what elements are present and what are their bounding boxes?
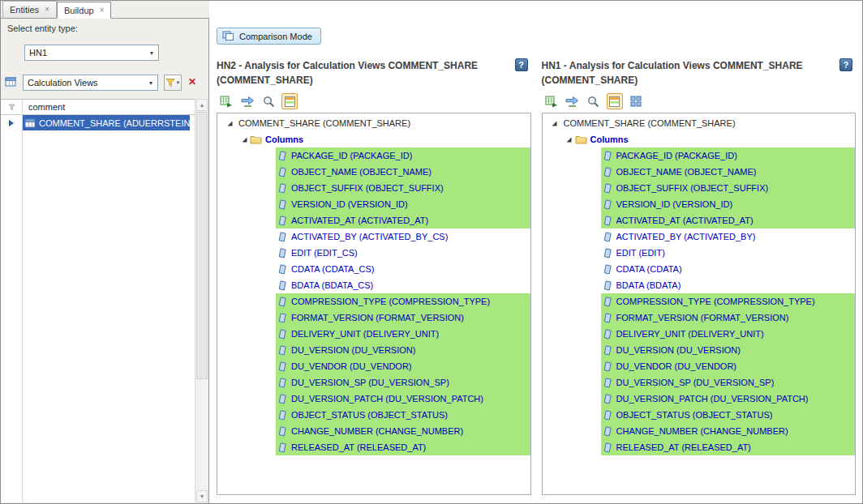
match-highlight[interactable]: OBJECT_SUFFIX (OBJECT_SUFFIX) (601, 180, 856, 196)
tree-item[interactable]: DU_VERSION (DU_VERSION) (217, 342, 530, 358)
scroll-up-icon[interactable]: ▲ (196, 99, 208, 111)
tree-item[interactable]: OBJECT_SUFFIX (OBJECT_SUFFIX) (543, 180, 856, 196)
match-highlight[interactable]: RELEASED_AT (RELEASED_AT) (601, 439, 856, 455)
tree-item[interactable]: PACKAGE_ID (PACKAGE_ID) (217, 147, 530, 164)
tree-item[interactable]: DELIVERY_UNIT (DELIVERY_UNIT) (217, 326, 530, 342)
match-highlight[interactable]: COMPRESSION_TYPE (COMPRESSION_TYPE) (601, 293, 856, 310)
match-highlight[interactable]: PACKAGE_ID (PACKAGE_ID) (276, 147, 530, 164)
tree-item[interactable]: CHANGE_NUMBER (CHANGE_NUMBER) (543, 423, 856, 439)
match-highlight[interactable]: DU_VENDOR (DU_VENDOR) (276, 358, 530, 374)
match-highlight[interactable]: DELIVERY_UNIT (DELIVERY_UNIT) (276, 326, 530, 342)
no-match-row[interactable]: BDATA (BDATA_CS) (276, 277, 530, 293)
tree-item[interactable]: OBJECT_NAME (OBJECT_NAME) (217, 164, 530, 180)
filter-button[interactable]: ▼ (164, 75, 182, 91)
tree-folder-columns[interactable]: Columns (543, 131, 856, 147)
tree-item[interactable]: ACTIVATED_AT (ACTIVATED_AT) (217, 212, 530, 229)
match-highlight[interactable]: DU_VERSION (DU_VERSION) (601, 342, 856, 358)
tree-item[interactable]: DU_VERSION_PATCH (DU_VERSION_PATCH) (217, 391, 530, 407)
tree-item[interactable]: OBJECT_STATUS (OBJECT_STATUS) (543, 407, 856, 423)
tree-item[interactable]: ACTIVATED_BY (ACTIVATED_BY_CS) (217, 229, 530, 245)
entity-kind-select[interactable]: Calculation Views ▼ (23, 75, 158, 91)
help-icon[interactable]: ? (515, 58, 528, 71)
match-highlight[interactable]: DU_VERSION_PATCH (DU_VERSION_PATCH) (601, 391, 856, 407)
match-highlight[interactable]: PACKAGE_ID (PACKAGE_ID) (601, 147, 856, 164)
tree-root-node[interactable]: COMMENT_SHARE (COMMENT_SHARE) (543, 115, 856, 131)
zoom-icon[interactable] (586, 93, 602, 109)
tree-item[interactable]: RELEASED_AT (RELEASED_AT) (217, 439, 530, 455)
tree-item[interactable]: VERSION_ID (VERSION_ID) (217, 196, 530, 212)
match-highlight[interactable]: OBJECT_STATUS (OBJECT_STATUS) (601, 407, 856, 423)
selected-entity-cell[interactable]: COMMENT_SHARE (ADUERRSTEIN_T (22, 115, 190, 130)
tree-item[interactable]: ACTIVATED_AT (ACTIVATED_AT) (543, 212, 856, 229)
clear-filter-button[interactable]: ✕ (186, 75, 199, 88)
tree-item[interactable]: OBJECT_SUFFIX (OBJECT_SUFFIX) (217, 180, 530, 196)
transfer-icon[interactable] (239, 93, 255, 109)
match-highlight[interactable]: DELIVERY_UNIT (DELIVERY_UNIT) (601, 326, 856, 342)
tree-item[interactable]: VERSION_ID (VERSION_ID) (543, 196, 856, 212)
zoom-icon[interactable] (260, 93, 277, 109)
tab-close-icon[interactable]: × (100, 6, 105, 15)
tree-item[interactable]: FORMAT_VERSION (FORMAT_VERSION) (217, 310, 530, 326)
tree-item[interactable]: DELIVERY_UNIT (DELIVERY_UNIT) (543, 326, 856, 342)
tree-item[interactable]: OBJECT_NAME (OBJECT_NAME) (543, 164, 856, 180)
tree-item[interactable]: CHANGE_NUMBER (CHANGE_NUMBER) (217, 423, 530, 439)
chevron-down-icon[interactable]: ▼ (144, 75, 157, 90)
tree-root-node[interactable]: COMMENT_SHARE (COMMENT_SHARE) (217, 115, 530, 131)
no-match-row[interactable]: EDIT (EDIT) (601, 245, 856, 261)
scroll-down-icon[interactable]: ▼ (196, 490, 208, 502)
tree-item[interactable]: OBJECT_STATUS (OBJECT_STATUS) (217, 407, 530, 423)
sidebar-scrollbar[interactable]: ▲ ▼ (195, 99, 208, 502)
tree-folder-columns[interactable]: Columns (217, 131, 530, 147)
tree-item[interactable]: FORMAT_VERSION (FORMAT_VERSION) (543, 310, 856, 326)
tab-close-icon[interactable]: × (45, 6, 49, 14)
tab-entities[interactable]: Entities × (2, 1, 57, 18)
tree-item[interactable]: COMPRESSION_TYPE (COMPRESSION_TYPE) (543, 293, 856, 310)
match-highlight[interactable]: RELEASED_AT (RELEASED_AT) (276, 439, 530, 455)
no-match-row[interactable]: ACTIVATED_BY (ACTIVATED_BY) (601, 229, 856, 245)
no-match-row[interactable]: ACTIVATED_BY (ACTIVATED_BY_CS) (276, 229, 530, 245)
transfer-icon[interactable] (565, 93, 581, 109)
tree-item[interactable]: EDIT (EDIT_CS) (217, 245, 530, 261)
match-highlight[interactable]: FORMAT_VERSION (FORMAT_VERSION) (601, 310, 856, 326)
tree-item[interactable]: DU_VENDOR (DU_VENDOR) (543, 358, 856, 374)
tree-item[interactable]: CDATA (CDATA_CS) (217, 261, 530, 277)
match-highlight[interactable]: DU_VERSION_SP (DU_VERSION_SP) (601, 374, 856, 391)
match-highlight[interactable]: OBJECT_STATUS (OBJECT_STATUS) (276, 407, 530, 423)
grid-icon[interactable] (628, 93, 644, 109)
comparison-mode-button[interactable]: Comparison Mode (217, 28, 321, 45)
match-highlight[interactable]: CHANGE_NUMBER (CHANGE_NUMBER) (601, 423, 856, 439)
match-highlight[interactable]: ACTIVATED_AT (ACTIVATED_AT) (601, 212, 856, 229)
no-match-row[interactable]: EDIT (EDIT_CS) (276, 245, 530, 261)
match-highlight[interactable]: OBJECT_NAME (OBJECT_NAME) (276, 164, 530, 180)
match-highlight[interactable]: DU_VERSION_SP (DU_VERSION_SP) (276, 374, 530, 391)
highlight-toggle-icon[interactable] (607, 93, 623, 109)
match-highlight[interactable]: OBJECT_SUFFIX (OBJECT_SUFFIX) (276, 180, 530, 196)
match-highlight[interactable]: OBJECT_NAME (OBJECT_NAME) (601, 164, 856, 180)
tree-item[interactable]: DU_VENDOR (DU_VENDOR) (217, 358, 530, 374)
chevron-down-icon[interactable]: ▼ (145, 45, 158, 60)
tree-item[interactable]: DU_VERSION_SP (DU_VERSION_SP) (217, 374, 530, 391)
match-highlight[interactable]: CHANGE_NUMBER (CHANGE_NUMBER) (276, 423, 530, 439)
highlight-toggle-icon[interactable] (281, 93, 298, 109)
entity-system-select[interactable]: HN1 ▼ (24, 45, 159, 61)
tree-item[interactable]: DU_VERSION_SP (DU_VERSION_SP) (543, 374, 856, 391)
match-highlight[interactable]: COMPRESSION_TYPE (COMPRESSION_TYPE) (276, 293, 530, 310)
tab-buildup[interactable]: Buildup × (57, 2, 112, 19)
tree-item[interactable]: RELEASED_AT (RELEASED_AT) (543, 439, 856, 455)
tree-item[interactable]: PACKAGE_ID (PACKAGE_ID) (543, 147, 856, 164)
tree-item[interactable]: CDATA (CDATA) (543, 261, 856, 277)
help-icon[interactable]: ? (839, 58, 852, 71)
comment-column-header[interactable]: comment (22, 102, 65, 112)
match-highlight[interactable]: VERSION_ID (VERSION_ID) (276, 196, 530, 212)
match-highlight[interactable]: DU_VERSION_PATCH (DU_VERSION_PATCH) (276, 391, 530, 407)
export-table-icon[interactable] (543, 93, 560, 109)
tree-item[interactable]: ACTIVATED_BY (ACTIVATED_BY) (543, 229, 856, 245)
no-match-row[interactable]: CDATA (CDATA_CS) (276, 261, 530, 277)
tree-item[interactable]: BDATA (BDATA) (543, 277, 856, 293)
tree-item[interactable]: COMPRESSION_TYPE (COMPRESSION_TYPE) (217, 293, 530, 310)
no-match-row[interactable]: BDATA (BDATA) (601, 277, 856, 293)
match-highlight[interactable]: VERSION_ID (VERSION_ID) (601, 196, 856, 212)
match-highlight[interactable]: FORMAT_VERSION (FORMAT_VERSION) (276, 310, 530, 326)
tree-item[interactable]: DU_VERSION (DU_VERSION) (543, 342, 856, 358)
table-row[interactable]: COMMENT_SHARE (ADUERRSTEIN_T (1, 115, 195, 130)
